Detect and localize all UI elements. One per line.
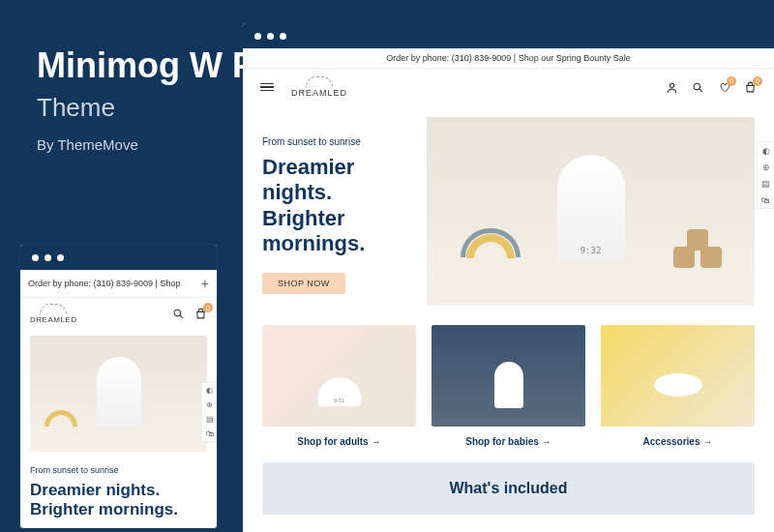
mobile-preview-window: Order by phone: (310) 839-9009 | Shop + … [19, 244, 218, 529]
search-icon[interactable] [692, 81, 704, 94]
arrow-icon: → [702, 436, 712, 447]
hamburger-menu-icon[interactable] [260, 83, 274, 92]
category-image [262, 325, 416, 427]
tool-icon[interactable]: ◐ [758, 142, 774, 159]
cart-icon[interactable]: 0 [744, 81, 757, 94]
category-row: Shop for adults→ Shop for babies→ Access… [243, 317, 774, 455]
svg-line-4 [700, 89, 702, 92]
hero-eyebrow: From sunset to sunrise [262, 136, 407, 147]
wishlist-icon[interactable]: 0 [718, 81, 730, 94]
window-dot [32, 254, 39, 261]
theme-info-panel: Minimog W P Theme By ThemeMove [37, 46, 255, 153]
window-controls [243, 23, 774, 48]
announcement-bar: Order by phone: (310) 839-9009 | Shop ou… [243, 48, 774, 69]
site-header: DREAMLED 0 0 [243, 69, 774, 105]
included-section: What's included [262, 462, 755, 515]
lamp-product [557, 155, 625, 261]
hero-headline: Dreamier nights. Brighter mornings. [262, 155, 407, 257]
hero-section: From sunset to sunrise Dreamier nights. … [243, 105, 774, 317]
theme-subtitle: Theme [37, 93, 255, 123]
floating-toolbar: ◐ ⊕ ▤ 🛍 [757, 141, 774, 209]
window-dot [280, 33, 286, 40]
blocks-prop [673, 229, 722, 268]
desktop-preview-window: Order by phone: (310) 839-9009 | Shop ou… [243, 23, 774, 532]
category-card-adults[interactable]: Shop for adults→ [262, 325, 416, 447]
floating-toolbar: ◐ ⊕ ▤ 🛍 [201, 382, 217, 442]
arrow-icon: → [542, 436, 551, 447]
user-icon[interactable] [666, 81, 678, 94]
wishlist-badge: 0 [727, 76, 736, 86]
svg-point-3 [694, 83, 700, 90]
hero-eyebrow: From sunset to sunrise [30, 465, 207, 475]
hero-image [30, 336, 207, 452]
plus-icon[interactable]: + [201, 276, 209, 291]
tool-icon[interactable]: ▤ [758, 175, 774, 192]
category-image [601, 325, 755, 427]
cart-icon[interactable]: 0 [194, 308, 207, 320]
tool-icon[interactable]: 🛍 [202, 427, 217, 441]
category-card-babies[interactable]: Shop for babies→ [432, 325, 585, 447]
announcement-text: Order by phone: (310) 839-9009 | Shop ou… [386, 53, 631, 63]
svg-point-0 [174, 310, 181, 316]
tool-icon[interactable]: ⊕ [758, 159, 774, 175]
announcement-bar: Order by phone: (310) 839-9009 | Shop + [20, 270, 217, 298]
arrow-icon: → [372, 436, 381, 447]
header-actions: 0 [172, 308, 207, 320]
brand-logo[interactable]: DREAMLED [30, 304, 76, 324]
category-card-accessories[interactable]: Accessories→ [601, 325, 755, 447]
tool-icon[interactable]: 🛍 [758, 192, 774, 208]
window-dot [254, 33, 261, 40]
tool-icon[interactable]: ▤ [202, 412, 217, 427]
svg-line-1 [180, 315, 183, 318]
hero-copy: From sunset to sunrise Dreamier nights. … [262, 117, 407, 306]
window-dot [45, 254, 51, 261]
shop-now-button[interactable]: SHOP NOW [262, 273, 345, 294]
category-image [432, 325, 585, 427]
included-title: What's included [280, 480, 737, 497]
category-label: Shop for adults→ [262, 436, 416, 447]
site-header: DREAMLED 0 [20, 298, 217, 330]
window-controls [20, 245, 217, 270]
cart-badge: 0 [203, 303, 213, 312]
brand-logo[interactable]: DREAMLED [291, 76, 347, 98]
category-label: Accessories→ [601, 436, 755, 447]
theme-author: By ThemeMove [37, 136, 255, 153]
svg-point-2 [670, 83, 673, 87]
theme-title: Minimog W P [37, 46, 255, 85]
hero-image [427, 117, 755, 306]
window-dot [57, 254, 64, 261]
rainbow-prop [466, 234, 515, 258]
tool-icon[interactable]: ⊕ [202, 398, 217, 412]
category-label: Shop for babies→ [432, 436, 585, 447]
announcement-text: Order by phone: (310) 839-9009 | Shop [28, 279, 180, 288]
header-actions: 0 0 [666, 81, 757, 94]
search-icon[interactable] [172, 308, 185, 320]
window-dot [267, 33, 274, 40]
tool-icon[interactable]: ◐ [202, 383, 217, 398]
hero-copy: From sunset to sunrise Dreamier nights. … [20, 458, 217, 528]
rainbow-prop [45, 410, 77, 427]
cart-badge: 0 [753, 76, 762, 86]
lamp-product [97, 357, 141, 427]
hero-headline: Dreamier nights. Brighter mornings. [30, 481, 207, 520]
